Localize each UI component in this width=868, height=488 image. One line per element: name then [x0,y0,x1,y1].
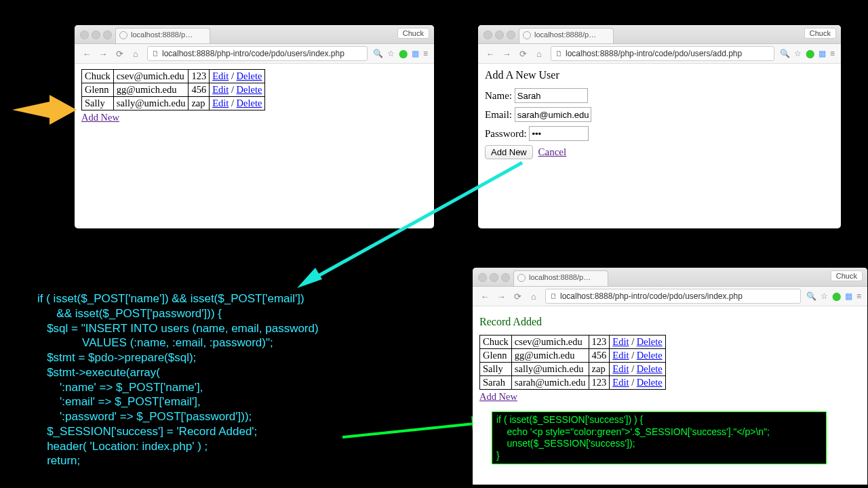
email-field[interactable] [515,107,591,122]
cell-pw: 123 [189,70,210,83]
add-new-link[interactable]: Add New [479,391,517,402]
url-text: localhost:8888/php-intro/code/pdo/users/… [560,291,743,301]
table-row: Glenngg@umich.edu456Edit / Delete [82,83,265,97]
delete-link[interactable]: Delete [237,84,262,95]
cell-actions: Edit / Delete [210,70,265,83]
table-row: Sarahsarah@umich.edu123Edit / Delete [480,376,666,390]
profile-button[interactable]: Chuck [831,270,863,281]
add-new-link[interactable]: Add New [81,112,119,123]
php-session-code: if ( isset($_SESSION['success']) ) { ech… [496,414,822,462]
cell-pw: 456 [589,349,610,363]
ext2-icon[interactable]: ▦ [412,49,419,58]
search-icon[interactable]: 🔍 [806,291,816,301]
cell-email: sally@umich.edu [511,363,589,376]
toolbar-right: 🔍 ☆ ⬤ ▦ ≡ [371,49,430,58]
star-icon[interactable]: ☆ [794,49,802,58]
delete-link[interactable]: Delete [637,350,663,361]
cell-name: Glenn [82,83,114,97]
cell-email: csev@umich.edu [113,70,189,83]
delete-link[interactable]: Delete [637,377,663,388]
toolbar-right: 🔍 ☆ ⬤ ▦ ≡ [804,291,863,301]
password-label: Password: [485,128,527,139]
url-input[interactable]: 🗋localhost:8888/php-intro/code/pdo/users… [147,46,368,61]
menu-icon[interactable]: ≡ [830,49,835,58]
submit-button[interactable]: Add New [485,145,533,159]
cell-actions: Edit / Delete [610,363,665,376]
edit-link[interactable]: Edit [612,377,629,388]
titlebar: localhost:8888/php-intr... Chuck [473,268,867,287]
forward-icon[interactable]: → [98,48,108,59]
delete-link[interactable]: Delete [637,336,663,347]
menu-icon[interactable]: ≡ [856,291,861,301]
browser-add-form: localhost:8888/php-intr... Chuck ← → ⟳ ⌂… [478,25,841,228]
delete-link[interactable]: Delete [637,363,663,374]
search-icon[interactable]: 🔍 [373,49,383,58]
back-icon[interactable]: ← [485,48,496,59]
cell-name: Chuck [82,70,114,83]
profile-button[interactable]: Chuck [397,28,429,39]
titlebar: localhost:8888/php-intr... Chuck [75,25,434,44]
profile-button[interactable]: Chuck [804,28,836,39]
star-icon[interactable]: ☆ [821,291,828,301]
cell-actions: Edit / Delete [610,376,665,390]
cancel-link[interactable]: Cancel [538,146,567,157]
back-icon[interactable]: ← [81,48,92,59]
cell-pw: 123 [589,336,610,349]
form-heading: Add A New User [485,69,834,81]
page-icon: 🗋 [555,49,563,58]
browser-tab[interactable]: localhost:8888/php-intr... [519,28,614,43]
traffic-lights[interactable] [80,30,115,42]
forward-icon[interactable]: → [496,291,507,302]
yellow-arrow-icon [12,95,77,125]
cell-pw: 456 [189,83,210,97]
users-table: Chuckcsev@umich.edu123Edit / DeleteGlenn… [81,69,265,110]
address-bar: ← → ⟳ ⌂ 🗋localhost:8888/php-intro/code/p… [478,44,841,64]
search-icon[interactable]: 🔍 [780,49,790,58]
php-session-code-box: if ( isset($_SESSION['success']) ) { ech… [492,411,827,464]
green-arrow-icon [339,415,492,442]
cell-pw: zap [189,97,210,110]
ext2-icon[interactable]: ▦ [818,49,826,58]
name-label: Name: [485,90,512,101]
home-icon[interactable]: ⌂ [528,291,539,302]
ext-icon[interactable]: ⬤ [806,49,814,58]
ext-icon[interactable]: ⬤ [399,49,408,58]
forward-icon[interactable]: → [501,48,512,59]
cell-actions: Edit / Delete [610,336,665,349]
cell-pw: 123 [589,376,610,390]
url-input[interactable]: 🗋localhost:8888/php-intro/code/pdo/users… [551,46,774,61]
ext2-icon[interactable]: ▦ [845,291,852,301]
reload-icon[interactable]: ⟳ [517,48,528,59]
url-text: localhost:8888/php-intro/code/pdo/users/… [162,49,344,58]
password-field[interactable] [529,126,589,141]
back-icon[interactable]: ← [479,291,490,302]
star-icon[interactable]: ☆ [387,49,395,58]
url-input[interactable]: 🗋localhost:8888/php-intro/code/pdo/users… [545,289,801,304]
cell-name: Sally [480,363,512,376]
edit-link[interactable]: Edit [212,70,229,81]
cell-email: sarah@umich.edu [511,376,589,390]
edit-link[interactable]: Edit [212,84,229,95]
cell-name: Sarah [480,376,512,390]
home-icon[interactable]: ⌂ [534,48,545,59]
browser-tab[interactable]: localhost:8888/php-intr... [513,270,608,286]
edit-link[interactable]: Edit [612,350,629,361]
edit-link[interactable]: Edit [612,336,629,347]
name-field[interactable] [515,88,588,103]
page-icon: 🗋 [152,49,159,58]
cell-name: Glenn [480,349,512,363]
ext-icon[interactable]: ⬤ [832,291,841,301]
toolbar-right: 🔍 ☆ ⬤ ▦ ≡ [778,49,837,58]
cell-actions: Edit / Delete [210,83,265,97]
reload-icon[interactable]: ⟳ [512,291,523,302]
browser-tab[interactable]: localhost:8888/php-intr... [115,28,210,43]
edit-link[interactable]: Edit [212,98,229,108]
home-icon[interactable]: ⌂ [130,48,141,59]
delete-link[interactable]: Delete [237,70,262,81]
menu-icon[interactable]: ≡ [423,49,428,58]
edit-link[interactable]: Edit [612,363,629,374]
traffic-lights[interactable] [478,272,513,285]
reload-icon[interactable]: ⟳ [114,48,125,59]
delete-link[interactable]: Delete [237,98,262,108]
traffic-lights[interactable] [484,30,518,42]
